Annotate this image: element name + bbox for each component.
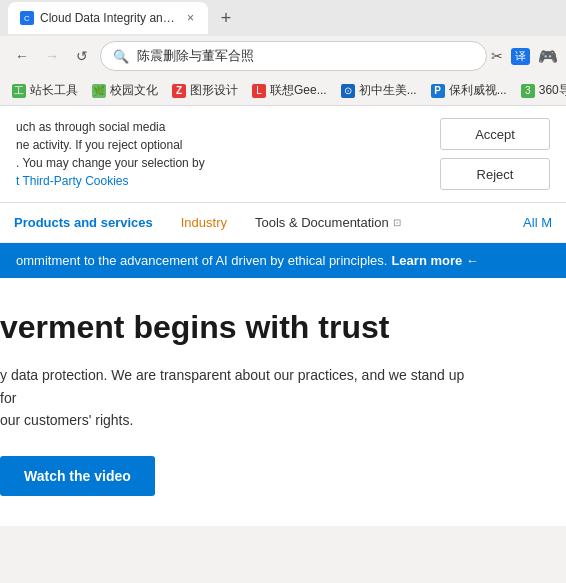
tab-close-button[interactable]: × [185, 9, 196, 27]
bookmark-label: 校园文化 [110, 82, 158, 99]
nav-item-all[interactable]: All M [523, 215, 566, 230]
nav-all-label: All M [523, 215, 552, 230]
hero-heading: verment begins with trust [0, 308, 546, 346]
cookie-text: uch as through social media ne activity.… [16, 118, 424, 190]
active-tab[interactable]: C Cloud Data Integrity and C... × [8, 2, 208, 34]
nav-item-industry[interactable]: Industry [167, 203, 241, 242]
nav-item-products-label: Products and services [14, 215, 153, 230]
bookmark-icon-360: 3 [521, 84, 535, 98]
back-button[interactable]: ← [8, 42, 36, 70]
hero-subtext-line2: our customers' rights. [0, 412, 133, 428]
cookie-text-line1: uch as through social media [16, 120, 165, 134]
game-icon[interactable]: 🎮 [538, 47, 558, 66]
tab-favicon: C [20, 11, 34, 25]
cookie-banner: uch as through social media ne activity.… [0, 106, 566, 203]
address-bar-row: ← → ↺ 🔍 陈震删除与董军合照 ✂ 译 🎮 [0, 36, 566, 76]
translate-icon[interactable]: 译 [511, 48, 530, 65]
bookmark-item[interactable]: L 联想Gee... [248, 80, 331, 101]
bookmark-item[interactable]: 工 站长工具 [8, 80, 82, 101]
bookmarks-bar: 工 站长工具 🌿 校园文化 Z 图形设计 L 联想Gee... ⊙ 初中生美..… [0, 76, 566, 106]
blue-banner: ommitment to the advancement of AI drive… [0, 243, 566, 278]
hero-subtext: y data protection. We are transparent ab… [0, 364, 480, 431]
nav-item-industry-label: Industry [181, 215, 227, 230]
cookie-link[interactable]: t Third-Party Cookies [16, 174, 128, 188]
bookmark-icon-leaf: 🌿 [92, 84, 106, 98]
forward-button[interactable]: → [38, 42, 66, 70]
bookmark-icon-blue: ⊙ [341, 84, 355, 98]
bookmark-item[interactable]: P 保利威视... [427, 80, 511, 101]
bookmark-icon-z: Z [172, 84, 186, 98]
bookmark-item[interactable]: 🌿 校园文化 [88, 80, 162, 101]
scissors-icon[interactable]: ✂ [491, 48, 503, 64]
bookmark-label: 联想Gee... [270, 82, 327, 99]
blue-banner-link[interactable]: Learn more ← [391, 253, 478, 268]
right-icons: ✂ 译 🎮 [491, 47, 558, 66]
accept-button[interactable]: Accept [440, 118, 550, 150]
bookmark-label: 站长工具 [30, 82, 78, 99]
bookmark-label: 保利威视... [449, 82, 507, 99]
cookie-text-line3: . You may change your selection by [16, 156, 205, 170]
bookmark-item[interactable]: Z 图形设计 [168, 80, 242, 101]
bookmark-label: 360导... [539, 82, 566, 99]
search-icon: 🔍 [113, 49, 129, 64]
address-bar[interactable]: 🔍 陈震删除与董军合照 [100, 41, 487, 71]
tab-bar: C Cloud Data Integrity and C... × + [0, 0, 566, 36]
hero-subtext-line1: y data protection. We are transparent ab… [0, 367, 464, 405]
bookmark-icon-lenovo: L [252, 84, 266, 98]
tab-title: Cloud Data Integrity and C... [40, 11, 179, 25]
reject-button[interactable]: Reject [440, 158, 550, 190]
external-link-icon: ⊡ [393, 217, 401, 228]
bookmark-item[interactable]: 3 360导... [517, 80, 566, 101]
bookmark-item[interactable]: ⊙ 初中生美... [337, 80, 421, 101]
cookie-buttons: Accept Reject [440, 118, 550, 190]
watch-video-button[interactable]: Watch the video [0, 456, 155, 496]
cookie-text-line2: ne activity. If you reject optional [16, 138, 183, 152]
nav-item-tools[interactable]: Tools & Documentation ⊡ [241, 203, 415, 242]
bookmark-icon-p: P [431, 84, 445, 98]
address-text: 陈震删除与董军合照 [137, 47, 254, 65]
nav-item-products[interactable]: Products and services [0, 203, 167, 242]
bookmark-label: 图形设计 [190, 82, 238, 99]
nav-item-tools-label: Tools & Documentation [255, 215, 389, 230]
browser-chrome: C Cloud Data Integrity and C... × + ← → … [0, 0, 566, 106]
hero-section: verment begins with trust y data protect… [0, 278, 566, 526]
bookmark-label: 初中生美... [359, 82, 417, 99]
reload-button[interactable]: ↺ [68, 42, 96, 70]
site-nav: Products and services Industry Tools & D… [0, 203, 566, 243]
blue-banner-text: ommitment to the advancement of AI drive… [16, 253, 387, 268]
nav-icons: ← → ↺ [8, 42, 96, 70]
bookmark-icon-tools: 工 [12, 84, 26, 98]
new-tab-button[interactable]: + [212, 4, 240, 32]
